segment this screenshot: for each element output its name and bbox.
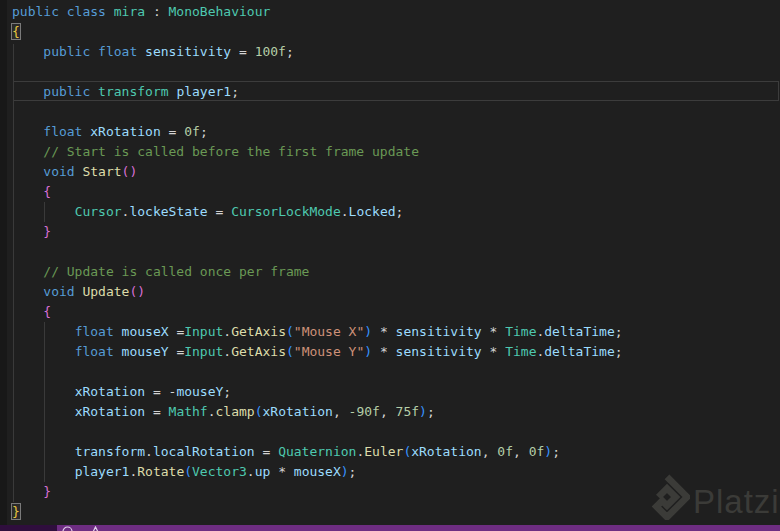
code-line[interactable]: Cursor.lockeState = CursorLockMode.Locke…: [12, 202, 780, 222]
status-bar-left-segment[interactable]: [0, 525, 57, 531]
code-token: =: [208, 204, 231, 219]
code-token: public class: [12, 4, 114, 19]
code-line[interactable]: }: [12, 222, 780, 242]
code-token: =: [255, 444, 278, 459]
code-token: xRotation: [75, 384, 145, 399]
code-token: .: [223, 344, 231, 359]
code-line[interactable]: }: [12, 502, 780, 522]
code-token: ): [544, 444, 552, 459]
code-token: mouseY: [176, 384, 223, 399]
code-token: (: [286, 324, 294, 339]
code-line[interactable]: xRotation = Mathf.clamp(xRotation, -90f,…: [12, 402, 780, 422]
code-token: -90f: [349, 404, 380, 419]
code-token: float: [75, 344, 114, 359]
code-token: *: [372, 344, 395, 359]
code-token: player1: [75, 464, 130, 479]
code-token: [12, 404, 75, 419]
code-token: ;: [231, 84, 239, 99]
code-token: ): [341, 464, 349, 479]
code-token: "Mouse Y": [294, 344, 364, 359]
code-token: (: [255, 404, 263, 419]
code-line[interactable]: void Update(): [12, 282, 780, 302]
code-line[interactable]: public transform player1;: [12, 82, 780, 102]
code-token: [12, 224, 43, 239]
code-token: GetAxis: [231, 344, 286, 359]
code-token: sensitivity: [396, 344, 482, 359]
code-token: Time: [505, 344, 536, 359]
code-token: ,: [513, 444, 529, 459]
code-token: MonoBehaviour: [169, 4, 271, 19]
code-token: Mathf: [169, 404, 208, 419]
code-token: [12, 464, 75, 479]
code-token: transform: [75, 444, 145, 459]
code-token: *: [270, 464, 293, 479]
code-token: ): [419, 404, 427, 419]
code-token: Locked: [349, 204, 396, 219]
code-token: sensitivity: [145, 44, 231, 59]
code-token: (: [286, 344, 294, 359]
code-line[interactable]: [12, 242, 780, 262]
code-token: ;: [427, 404, 435, 419]
code-token: ;: [615, 344, 623, 359]
code-line[interactable]: [12, 62, 780, 82]
code-token: [12, 204, 75, 219]
code-token: (): [129, 284, 145, 299]
code-token: ;: [286, 44, 294, 59]
code-token: // Start is called before the first fram…: [12, 144, 419, 159]
code-token: sensitivity: [396, 324, 482, 339]
code-token: mouseY: [122, 344, 169, 359]
code-token: [12, 484, 43, 499]
code-line[interactable]: }: [12, 482, 780, 502]
code-token: Euler: [364, 444, 403, 459]
code-token: [114, 344, 122, 359]
code-token: 75f: [396, 404, 419, 419]
code-token: public: [12, 84, 98, 99]
code-line[interactable]: void Start(): [12, 162, 780, 182]
code-line[interactable]: [12, 362, 780, 382]
code-token: =: [169, 344, 185, 359]
code-token: =: [231, 44, 254, 59]
code-token: (): [122, 164, 138, 179]
code-line[interactable]: {: [12, 22, 780, 42]
code-line[interactable]: xRotation = -mouseY;: [12, 382, 780, 402]
code-line[interactable]: public float sensitivity = 100f;: [12, 42, 780, 62]
code-token: transform: [98, 84, 168, 99]
code-token: =: [145, 404, 168, 419]
code-token: mouseX: [122, 324, 169, 339]
code-line[interactable]: public class mira : MonoBehaviour: [12, 2, 780, 22]
code-token: .: [208, 404, 216, 419]
code-token: CursorLockMode: [231, 204, 341, 219]
code-token: Start: [82, 164, 121, 179]
code-token: ;: [396, 204, 404, 219]
code-token: ): [364, 324, 372, 339]
code-token: // Update is called once per frame: [12, 264, 309, 279]
code-token: [12, 304, 43, 319]
code-token: mouseX: [294, 464, 341, 479]
code-area[interactable]: public class mira : MonoBehaviour{ publi…: [0, 0, 780, 525]
code-token: Cursor: [75, 204, 122, 219]
code-line[interactable]: transform.localRotation = Quaternion.Eul…: [12, 442, 780, 462]
code-line[interactable]: // Start is called before the first fram…: [12, 142, 780, 162]
code-token: ;: [223, 384, 231, 399]
warnings-triangle-icon[interactable]: [90, 526, 101, 531]
code-token: [12, 324, 75, 339]
code-token: }: [12, 504, 20, 519]
code-line[interactable]: {: [12, 182, 780, 202]
code-line[interactable]: // Update is called once per frame: [12, 262, 780, 282]
code-token: Quaternion: [278, 444, 356, 459]
code-token: }: [43, 224, 51, 239]
code-line[interactable]: float mouseX =Input.GetAxis("Mouse X") *…: [12, 322, 780, 342]
code-token: xRotation: [90, 124, 160, 139]
code-line[interactable]: player1.Rotate(Vector3.up * mouseX);: [12, 462, 780, 482]
code-token: void: [12, 164, 82, 179]
errors-circle-icon[interactable]: [62, 526, 73, 531]
code-token: public float: [12, 44, 145, 59]
code-token: [12, 344, 75, 359]
code-token: 0f: [497, 444, 513, 459]
code-token: player1: [176, 84, 231, 99]
code-line[interactable]: [12, 422, 780, 442]
code-line[interactable]: [12, 102, 780, 122]
code-line[interactable]: float xRotation = 0f;: [12, 122, 780, 142]
code-line[interactable]: float mouseY =Input.GetAxis("Mouse Y") *…: [12, 342, 780, 362]
code-line[interactable]: {: [12, 302, 780, 322]
